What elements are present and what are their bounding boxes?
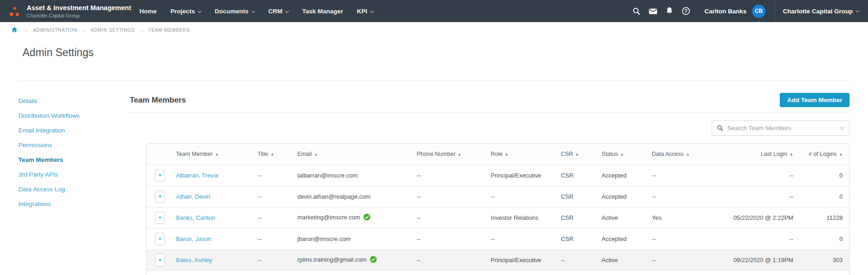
user-name[interactable]: Carlton Banks xyxy=(704,8,747,15)
sort-asc-icon: ▲ xyxy=(458,152,462,156)
caret-down-icon: ▼ xyxy=(158,173,162,178)
search-icon[interactable] xyxy=(628,3,645,19)
cell-logins: 0 xyxy=(796,186,849,207)
search-team-members-input[interactable] xyxy=(727,125,839,132)
breadcrumb-home-icon[interactable] xyxy=(11,26,18,33)
column-header-last-login[interactable]: Last Login▲ xyxy=(707,143,796,165)
add-team-member-button[interactable]: Add Team Member xyxy=(780,93,850,107)
mail-icon[interactable] xyxy=(645,3,661,19)
cell-title: -- xyxy=(255,228,295,249)
cell-email: talbarran@imscre.com xyxy=(295,165,414,186)
cell-status: Accepted xyxy=(599,186,649,207)
sidebar-item-team-members[interactable]: Team Members xyxy=(18,156,130,163)
table-row: ▼ Albarran, Trevor -- talbarran@imscre.c… xyxy=(147,165,849,186)
app-brand[interactable]: Asset & Investment Management Charlotte … xyxy=(7,4,131,18)
row-expand-button[interactable]: ▼ xyxy=(155,190,165,203)
member-name-link[interactable]: Bates, Ashley xyxy=(176,257,212,264)
column-header-email[interactable]: Email▲ xyxy=(295,143,414,165)
cell-expand: ▼ xyxy=(147,228,173,249)
nav-item-task-manager[interactable]: Task Manager xyxy=(302,8,343,15)
cell-email: marketing@imscre.com xyxy=(295,207,414,228)
chevron-down-icon xyxy=(251,9,255,12)
sidebar-item-3rd-party-apis[interactable]: 3rd Party APIs xyxy=(18,171,130,178)
top-nav: Asset & Investment Management Charlotte … xyxy=(0,0,868,22)
column-header-data-access[interactable]: Data Access▲ xyxy=(649,143,707,165)
search-box: × xyxy=(712,120,850,136)
cell-last-login: -- xyxy=(707,165,796,186)
column-label: Title xyxy=(257,151,268,157)
cell-phone: -- xyxy=(414,186,488,207)
member-name-link[interactable]: Baron, Jason xyxy=(176,235,211,242)
main-panel: Team Members Add Team Member × Team Memb… xyxy=(130,81,850,275)
email-text: jbaron@imscre.com xyxy=(297,235,351,242)
breadcrumb-items: →ADMINISTRATION→ADMIN SETTINGS→TEAM MEMB… xyxy=(20,25,190,34)
sidebar-item-distribution-workflows[interactable]: Distribution Workflows xyxy=(18,112,130,119)
sidebar-item-data-access-log[interactable]: Data Access Log xyxy=(18,186,130,193)
row-expand-button[interactable]: ▼ xyxy=(155,254,165,266)
cell-status: Active xyxy=(599,249,649,270)
search-input-icon xyxy=(717,125,724,132)
caret-down-icon: ▼ xyxy=(158,195,162,199)
column-header-title[interactable]: Title▲ xyxy=(255,143,295,165)
cell-title: -- xyxy=(255,249,295,270)
column-header-team-member[interactable]: Team Member▲ xyxy=(173,143,255,165)
team-members-table: Team Member▲Title▲Email▲Phone Number▲Rol… xyxy=(146,143,850,275)
column-header-status[interactable]: Status▲ xyxy=(599,143,649,165)
member-name-link[interactable]: Athan, Devin xyxy=(176,193,210,200)
cell-csr: -- xyxy=(558,249,599,270)
row-expand-button[interactable]: ▼ xyxy=(155,233,165,245)
table-row: ▼ Bates, Ashley -- rpims.training@gmail.… xyxy=(147,249,849,270)
user-avatar[interactable]: CB xyxy=(752,5,765,18)
verified-icon xyxy=(370,256,377,264)
breadcrumb: →ADMINISTRATION→ADMIN SETTINGS→TEAM MEMB… xyxy=(0,22,868,37)
sidebar-item-email-integration[interactable]: Email Integration xyxy=(18,127,130,134)
cell-logins: 11228 xyxy=(796,207,849,228)
cell-team-member: Bates, Ashley xyxy=(173,249,255,270)
breadcrumb-arrow-icon: → xyxy=(24,27,29,33)
chevron-down-icon xyxy=(285,9,289,12)
column-header-role[interactable]: Role▲ xyxy=(488,143,558,165)
nav-item-crm[interactable]: CRM xyxy=(268,8,289,15)
cell-csr: CSR xyxy=(558,186,599,207)
cell-title: -- xyxy=(255,186,295,207)
sort-asc-icon: ▲ xyxy=(215,152,219,156)
clear-search-icon[interactable]: × xyxy=(839,124,845,132)
help-icon[interactable]: ? xyxy=(678,3,694,19)
cell-role: Principal/Executive xyxy=(488,249,558,270)
column-header-of-logins[interactable]: # of Logins▲ xyxy=(796,143,849,165)
breadcrumb-item-admin-settings[interactable]: ADMIN SETTINGS xyxy=(91,28,135,33)
cell-data-access: -- xyxy=(649,165,707,186)
table-row: ▼ Baron, Jason -- jbaron@imscre.com -- -… xyxy=(147,228,849,249)
cell-role: -- xyxy=(488,228,558,249)
column-header-expand xyxy=(147,143,173,165)
caret-down-icon: ▼ xyxy=(158,258,162,262)
caret-down-icon: ▼ xyxy=(158,216,162,220)
row-expand-button[interactable]: ▼ xyxy=(155,169,165,182)
breadcrumb-arrow-icon: → xyxy=(81,27,86,33)
cell-last-login: -- xyxy=(707,228,796,249)
column-label: Last Login xyxy=(761,151,788,157)
member-name-link[interactable]: Banks, Carlton xyxy=(176,214,215,221)
column-header-csr[interactable]: CSR▲ xyxy=(558,143,599,165)
cell-role: Principal/Executive xyxy=(488,165,558,186)
cell-csr: CSR xyxy=(558,228,599,249)
member-name-link[interactable]: Albarran, Trevor xyxy=(176,172,219,179)
nav-item-home[interactable]: Home xyxy=(139,8,157,15)
cell-data-access: Yes xyxy=(649,207,707,228)
row-expand-button[interactable]: ▼ xyxy=(155,212,165,224)
settings-sidebar: DetailsDistribution WorkflowsEmail Integ… xyxy=(18,81,130,275)
breadcrumb-item-administration[interactable]: ADMINISTRATION xyxy=(33,28,77,33)
nav-item-projects[interactable]: Projects xyxy=(171,8,201,15)
column-header-phone-number[interactable]: Phone Number▲ xyxy=(414,143,488,165)
cell-status: Accepted xyxy=(599,165,649,186)
sidebar-item-integrations[interactable]: Integrations xyxy=(18,201,130,207)
nav-item-documents[interactable]: Documents xyxy=(215,8,255,15)
cell-empty xyxy=(147,270,849,275)
notifications-icon[interactable] xyxy=(661,3,678,19)
sidebar-item-permissions[interactable]: Permissions xyxy=(18,142,130,149)
table-row xyxy=(147,270,849,275)
account-switcher[interactable]: Charlotte Capital Group xyxy=(783,8,859,15)
breadcrumb-item-team-members[interactable]: TEAM MEMBERS xyxy=(148,28,190,33)
nav-item-kpi[interactable]: KPI xyxy=(357,8,373,15)
sidebar-item-details[interactable]: Details xyxy=(18,97,130,104)
